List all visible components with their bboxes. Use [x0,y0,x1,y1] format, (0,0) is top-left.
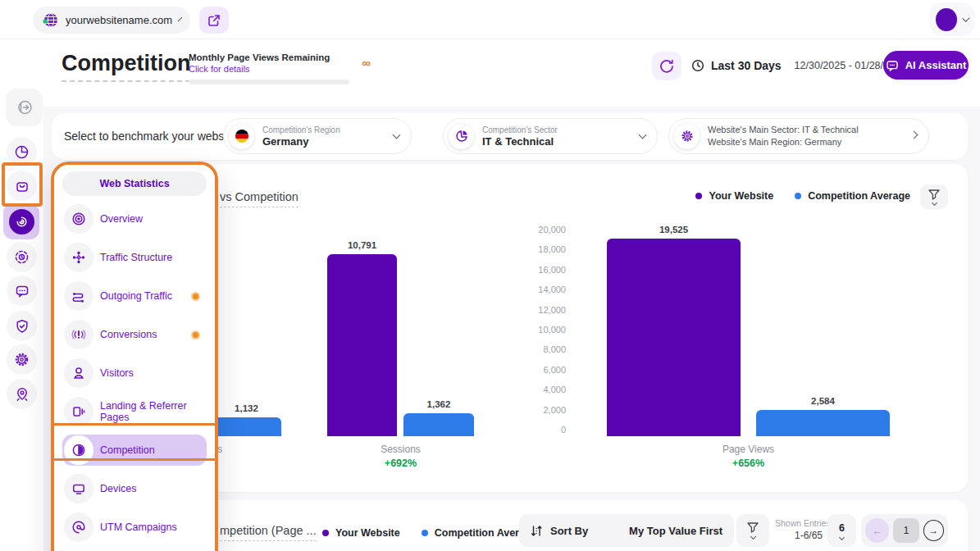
notification-badge [191,292,200,301]
category-page-views: Page Views [607,444,890,455]
bottom-legend: Your Website Competition Average [322,527,537,539]
quota-progress-bar [189,80,349,84]
y-axis-tick: 8,000 [517,344,566,354]
y-axis-tick: 4,000 [517,385,566,394]
bar-value: 19,525 [659,225,688,235]
overview-icon [64,204,93,234]
app-root: yourwebsitename.com [0,0,980,551]
sidebar-item-retargeting[interactable] [7,242,37,272]
sector-pie-icon [449,124,474,149]
refresh-button[interactable] [652,52,681,80]
bar-sessions-competition-average[interactable]: 1,362 [403,413,474,436]
bar-value: 2,584 [811,396,835,406]
chart-title: vs Competition [220,190,299,207]
legend-your-website: Your Website [322,527,400,539]
web-statistics-menu: Web Statistics Overview Traffic Structur… [51,162,218,551]
ai-chat-icon [886,59,899,72]
competition-sector-dropdown[interactable]: Competition's Sector IT & Technical [443,118,658,154]
chevron-right-icon [910,131,918,139]
chart-filter-button[interactable] [920,184,948,209]
bar-value: 1,132 [235,403,258,413]
account-menu[interactable] [929,2,975,36]
icon-sidebar [0,39,43,551]
refresh-icon [659,59,674,74]
devices-icon [64,474,93,503]
bottom-filter-button[interactable] [736,514,769,547]
y-axis-tick: 0 [517,425,566,435]
region-dropdown-label: Competition's Region [262,125,385,134]
competition-region-dropdown[interactable]: Competition's Region Germany [223,118,412,154]
menu-item-visitors[interactable]: Visitors [62,357,207,389]
legend-dot-purple [322,530,329,536]
bar-page-views-competition-average[interactable]: 2,584 [756,410,890,436]
menu-item-competition[interactable]: Competition [62,435,207,466]
sidebar-item-feedback[interactable] [7,276,37,306]
expand-sidebar-button[interactable] [6,89,43,126]
y-axis-tick: 10,000 [517,325,566,335]
y-axis-tick: 14,000 [517,285,566,294]
shopping-bag-icon [15,179,30,194]
previous-page-button[interactable]: ← [865,518,889,543]
menu-item-label: Devices [100,483,136,494]
avatar [936,8,957,31]
monthly-page-views: Monthly Page Views Remaining Click for d… [189,52,353,84]
sidebar-item-settings[interactable] [7,344,37,375]
change-sessions: +692% [327,458,474,469]
menu-item-label: Visitors [100,367,134,379]
menu-item-label: Landing & Referrer Pages [100,400,205,423]
funnel-icon [747,522,759,533]
y-axis-tick: 6,000 [517,365,566,375]
menu-item-traffic-structure[interactable]: Traffic Structure [62,242,207,273]
menu-item-label: Conversions [100,329,157,340]
menu-item-utm-campaigns[interactable]: UTM Campaigns [62,512,207,543]
open-website-button[interactable] [199,7,229,34]
bar-value: 1,362 [427,399,451,409]
sidebar-item-security[interactable] [7,311,37,341]
legend-competition-average-label: Competition Average [808,190,910,202]
germany-flag-icon [229,124,254,149]
website-globe-icon [43,12,58,28]
sort-icon [531,525,543,537]
website-selector[interactable]: yourwebsitename.com [33,7,190,34]
benchmark-label: Select to benchmark your website: [64,130,239,143]
website-main-info-card[interactable]: Website's Main Sector: IT & Technical We… [668,118,929,154]
bar-page-views-your-website[interactable]: 19,525 [607,239,741,436]
sidebar-item-web-statistics-active[interactable] [3,203,39,239]
shown-entries-label: Shown Entries [775,518,823,528]
sidebar-item-store[interactable] [7,171,37,201]
bar-sessions-your-website[interactable]: 10,791 [327,254,397,436]
page-header: Competition Monthly Page Views Remaining… [43,39,980,107]
next-page-button[interactable]: → [923,520,944,541]
current-page: 1 [893,518,918,543]
chevron-down-icon [178,16,183,21]
sort-by-control[interactable]: Sort By My Top Value First [519,514,734,547]
menu-item-outgoing-traffic[interactable]: Outgoing Traffic [62,280,207,312]
website-main-sector: Website's Main Sector: IT & Technical [708,124,903,136]
menu-item-label: Traffic Structure [100,252,172,263]
menu-item-landing-referrer-pages[interactable]: Landing & Referrer Pages [62,396,207,427]
chart-y-axis: 20,00018,00016,00014,00012,00010,0008,00… [517,225,566,435]
conversions-icon [64,320,93,349]
gear-icon [674,124,700,149]
notification-badge [191,330,200,339]
legend-dot-blue [422,530,428,536]
menu-item-overview[interactable]: Overview [62,203,207,235]
page-size-dropdown[interactable]: 6 [827,514,856,547]
legend-your-website: Your Website [695,190,773,202]
menu-item-devices[interactable]: Devices [62,473,207,504]
top-bar: yourwebsitename.com [0,0,980,39]
pagination: ← 1 → [861,514,948,547]
menu-item-conversions[interactable]: Conversions [62,319,207,350]
chevron-down-icon [931,199,937,205]
funnel-icon [928,189,940,200]
monthly-page-views-label: Monthly Page Views Remaining [189,52,353,62]
page-title: Competition [62,51,190,82]
y-axis-tick: 16,000 [517,265,566,275]
sidebar-item-location[interactable] [7,379,37,409]
bar-visitors-competition-average[interactable]: 1,132 [212,417,281,436]
sidebar-item-analytics[interactable] [7,137,37,167]
click-for-details-link[interactable]: Click for details [189,64,353,74]
arrow-left-icon: ← [872,525,882,537]
ai-assistant-button[interactable]: AI Assistant [883,51,969,80]
chevron-down-icon [750,534,755,540]
